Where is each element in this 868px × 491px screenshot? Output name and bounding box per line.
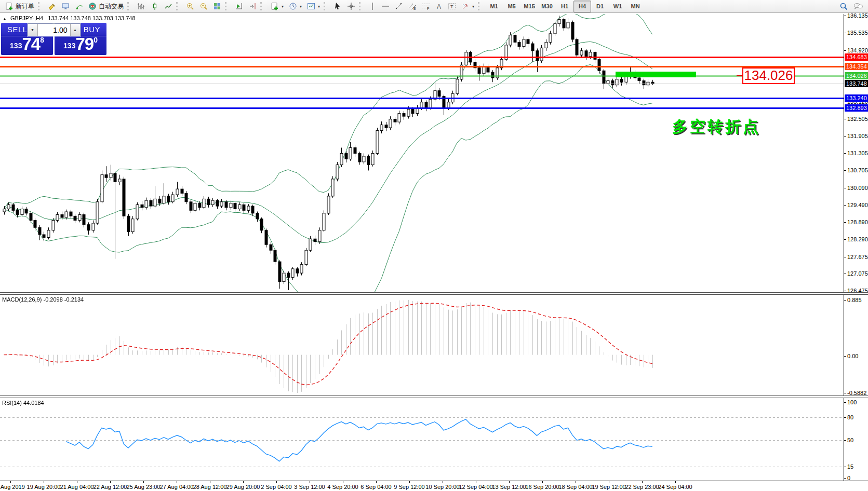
volume-input[interactable] bbox=[38, 24, 70, 36]
toolbar-grip bbox=[38, 2, 43, 10]
one-click-trading-panel: SELL 133748 BUY 133790 bbox=[1, 23, 106, 55]
new-order-label: 新订单 bbox=[16, 2, 34, 11]
timeframe-button-H1[interactable]: H1 bbox=[556, 1, 573, 12]
time-axis-label: 12 Sep 04:00 bbox=[459, 484, 492, 490]
time-axis-tick bbox=[276, 481, 277, 483]
rsi-panel-splitter[interactable] bbox=[0, 395, 868, 398]
time-axis-label: 21 Aug 04:00 bbox=[60, 484, 94, 490]
search-icon bbox=[839, 2, 848, 11]
turning-point-annotation[interactable]: 多空转折点 bbox=[672, 116, 760, 138]
price-axis[interactable]: 136.135135.535134.920133.120132.505131.9… bbox=[844, 14, 868, 481]
price-axis-tick: 135.535 bbox=[844, 30, 868, 36]
label-tool[interactable]: T bbox=[445, 1, 459, 12]
macd-axis-tick: 0.00 bbox=[844, 353, 868, 359]
time-axis-tick bbox=[243, 481, 244, 483]
periods-button[interactable] bbox=[286, 1, 304, 12]
horizontal-line-tool[interactable] bbox=[379, 1, 392, 12]
cursor-tool-button[interactable] bbox=[331, 1, 344, 12]
volume-decrease-button[interactable] bbox=[28, 24, 38, 36]
time-axis-tick bbox=[642, 481, 643, 483]
toolbar-grip bbox=[359, 2, 364, 10]
label-icon: T bbox=[448, 2, 456, 10]
price-level-badge: 133.748 bbox=[845, 80, 868, 87]
rsi-axis-tick: 15 bbox=[844, 463, 868, 470]
timeframe-button-M15[interactable]: M15 bbox=[520, 1, 538, 12]
fibonacci-tool[interactable]: F bbox=[419, 1, 433, 12]
signals-button[interactable] bbox=[72, 1, 86, 12]
callout-dash bbox=[737, 75, 742, 76]
time-axis-tick bbox=[675, 481, 676, 483]
timeframe-button-M5[interactable]: M5 bbox=[503, 1, 520, 12]
auto-scroll-icon bbox=[235, 2, 243, 10]
tile-windows-button[interactable] bbox=[210, 1, 224, 12]
price-level-badge: 134.026 bbox=[845, 72, 868, 79]
channel-icon: E bbox=[408, 2, 417, 10]
macd-panel-canvas[interactable] bbox=[0, 295, 844, 393]
trendline-tool[interactable] bbox=[392, 1, 406, 12]
zoom-in-button[interactable] bbox=[183, 1, 197, 12]
toolbar-grip bbox=[478, 2, 483, 10]
rsi-axis-tick: 100 bbox=[844, 399, 868, 405]
vertical-line-icon bbox=[369, 2, 376, 10]
timeframe-button-M1[interactable]: M1 bbox=[485, 1, 503, 12]
vertical-line-tool[interactable] bbox=[366, 1, 379, 12]
sell-price-pip: 8 bbox=[40, 36, 44, 44]
arrows-icon bbox=[461, 2, 470, 10]
channel-tool[interactable]: E bbox=[406, 1, 419, 12]
clock-icon bbox=[289, 2, 297, 10]
timeframe-button-H4[interactable]: H4 bbox=[573, 1, 591, 12]
time-axis-tick bbox=[110, 481, 111, 483]
indicators-icon bbox=[270, 2, 279, 11]
search-button[interactable] bbox=[837, 1, 851, 12]
bar-chart-button[interactable] bbox=[135, 1, 148, 12]
timeframe-button-M30[interactable]: M30 bbox=[538, 1, 556, 12]
price-chart-canvas[interactable] bbox=[0, 14, 844, 293]
new-order-icon bbox=[5, 2, 14, 11]
price-level-badge: 134.354 bbox=[845, 63, 868, 70]
rsi-panel-canvas[interactable] bbox=[0, 399, 844, 480]
timeframe-button-MN[interactable]: MN bbox=[626, 1, 644, 12]
time-axis-tick bbox=[44, 481, 44, 483]
market-watch-button[interactable] bbox=[45, 1, 59, 12]
text-icon: A bbox=[435, 2, 443, 10]
auto-trading-button[interactable]: 自动交易 bbox=[86, 1, 126, 12]
price-level-badge: 132.893 bbox=[845, 104, 868, 112]
signal-icon bbox=[75, 2, 83, 10]
time-axis-label: 2 Sep 04:00 bbox=[261, 484, 291, 490]
time-axis-tick bbox=[609, 481, 609, 483]
time-axis-label: 25 Aug 23:00 bbox=[127, 484, 161, 490]
macd-panel-splitter[interactable] bbox=[0, 292, 868, 295]
time-axis-tick bbox=[542, 481, 543, 483]
arrows-tool[interactable] bbox=[459, 1, 477, 12]
line-chart-button[interactable] bbox=[162, 1, 175, 12]
crosshair-tool-button[interactable] bbox=[344, 1, 358, 12]
indicators-button[interactable] bbox=[268, 1, 286, 12]
zoom-out-button[interactable] bbox=[197, 1, 210, 12]
time-axis-label: 19 Aug 20:00 bbox=[27, 484, 61, 490]
auto-scroll-button[interactable] bbox=[232, 1, 246, 12]
templates-button[interactable] bbox=[304, 1, 323, 12]
chart-shift-button[interactable] bbox=[246, 1, 259, 12]
line-chart-icon bbox=[164, 2, 172, 10]
timeframe-toolbar: M1M5M15M30H1H4D1W1MN bbox=[485, 1, 644, 12]
time-axis-label: 28 Aug 12:00 bbox=[193, 484, 227, 490]
price-axis-tick: 131.305 bbox=[844, 150, 868, 156]
timeframe-button-W1[interactable]: W1 bbox=[609, 1, 626, 12]
text-tool[interactable]: A bbox=[433, 1, 445, 12]
time-axis-label: 6 Sep 04:00 bbox=[360, 484, 391, 490]
green-zone-object[interactable] bbox=[616, 72, 696, 77]
community-button[interactable] bbox=[851, 1, 866, 12]
time-axis-label: 24 Sep 04:00 bbox=[658, 484, 692, 490]
publish-button[interactable] bbox=[59, 1, 72, 12]
timeframe-button-D1[interactable]: D1 bbox=[591, 1, 609, 12]
time-axis[interactable]: 6 Aug 201919 Aug 20:0021 Aug 04:0022 Aug… bbox=[0, 481, 868, 491]
price-axis-tick: 128.290 bbox=[844, 236, 868, 242]
volume-increase-button[interactable] bbox=[70, 24, 80, 36]
toolbar-grip bbox=[127, 2, 132, 10]
time-axis-tick bbox=[343, 481, 343, 483]
candlestick-chart-button[interactable] bbox=[148, 1, 162, 12]
new-order-button[interactable]: 新订单 bbox=[2, 1, 37, 12]
time-axis-tick bbox=[177, 481, 177, 483]
time-axis-label: 9 Sep 12:00 bbox=[394, 484, 424, 490]
price-callout-box[interactable]: 134.026 bbox=[742, 67, 795, 84]
